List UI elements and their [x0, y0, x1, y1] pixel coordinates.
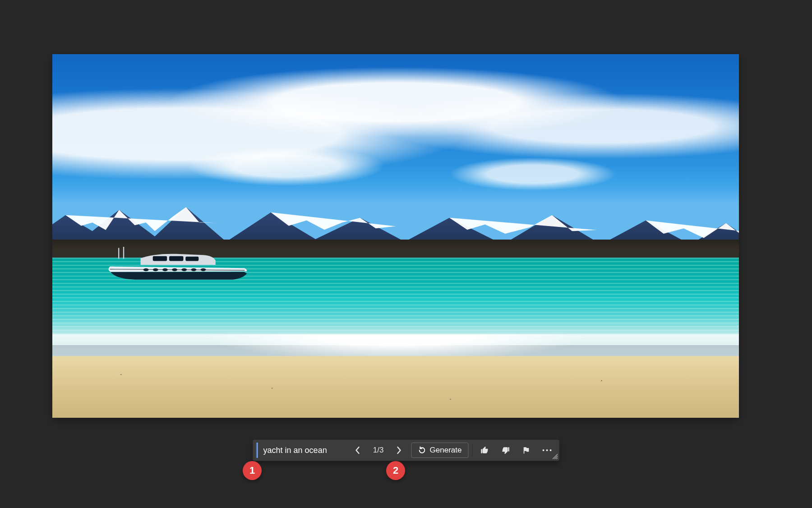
generate-toolbar: 1/3 Generate [253, 439, 560, 461]
next-variation-button[interactable] [391, 443, 408, 458]
variation-counter: 1/3 [370, 443, 387, 458]
stage: 1/3 Generate [0, 0, 812, 508]
generate-button-label: Generate [430, 446, 462, 455]
resize-handle-icon [552, 453, 558, 460]
thumbs-up-button[interactable] [476, 443, 493, 458]
svg-rect-2 [185, 257, 198, 261]
svg-point-13 [546, 449, 548, 451]
prompt-input[interactable] [263, 445, 341, 456]
chevron-right-icon [397, 446, 402, 454]
svg-rect-3 [118, 248, 119, 259]
svg-rect-1 [169, 256, 183, 261]
prev-variation-button[interactable] [349, 443, 366, 458]
flag-icon [521, 446, 531, 455]
generate-button[interactable]: Generate [411, 443, 469, 458]
annotation-badge-1: 1 [243, 461, 262, 480]
beach [52, 356, 739, 418]
generated-image-preview[interactable] [52, 54, 739, 418]
svg-point-12 [542, 449, 544, 451]
thumbs-down-icon [501, 446, 510, 455]
annotation-badge-2: 2 [386, 461, 405, 480]
more-horizontal-icon [542, 448, 552, 452]
regenerate-icon [418, 446, 426, 454]
resize-handle[interactable] [552, 453, 558, 460]
yacht [63, 241, 289, 285]
prompt-field-wrapper [257, 443, 346, 458]
svg-point-14 [549, 449, 551, 451]
chevron-left-icon [355, 446, 360, 454]
thumbs-down-button[interactable] [497, 443, 514, 458]
svg-rect-4 [123, 247, 124, 259]
flag-button[interactable] [517, 443, 535, 458]
thumbs-up-icon [480, 446, 489, 455]
divider [472, 443, 472, 457]
svg-rect-0 [153, 256, 167, 261]
